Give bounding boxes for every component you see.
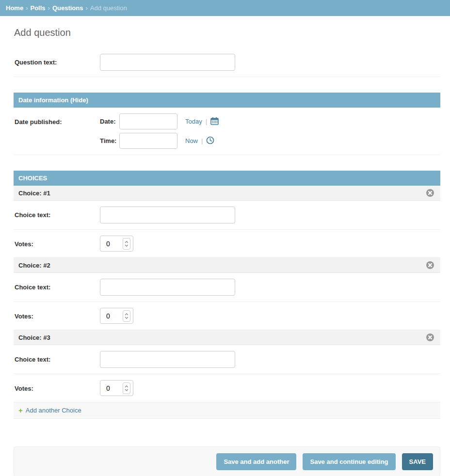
- choice-3-text-row: Choice text:: [14, 345, 440, 374]
- save-and-continue-editing-button[interactable]: Save and continue editing: [303, 453, 395, 470]
- stepper-up-down-icon[interactable]: [123, 382, 130, 394]
- save-button[interactable]: SAVE: [402, 453, 433, 470]
- choice-inline-3: Choice: #3 Choice text: Votes: 0: [14, 330, 440, 402]
- date-line: Date: Today |: [100, 113, 219, 129]
- votes-label: Votes:: [15, 236, 100, 248]
- date-information-header[interactable]: Date information (Hide): [14, 93, 440, 108]
- choices-module: CHOICES Choice: #1 Choice text:: [14, 171, 440, 419]
- delete-cross-icon: [426, 191, 434, 198]
- question-module: Question text:: [14, 48, 440, 77]
- choice-1-votes-row: Votes: 0: [14, 230, 440, 258]
- time-line: Time: Now |: [100, 133, 219, 149]
- choice-3-votes-row: Votes: 0: [14, 374, 440, 402]
- date-information-module: Date information (Hide) Date published: …: [14, 93, 440, 155]
- breadcrumb: Home›Polls›Questions›Add question: [0, 0, 450, 16]
- votes-value: 0: [106, 312, 110, 320]
- date-published-row: Date published: Date: Today |: [14, 108, 440, 155]
- date-published-label: Date published:: [15, 113, 100, 126]
- choice-inline-2: Choice: #2 Choice text: Votes: 0: [14, 258, 440, 330]
- choice-1-text-row: Choice text:: [14, 201, 440, 230]
- choice-2-text-input[interactable]: [100, 279, 235, 296]
- breadcrumb-separator: ›: [48, 4, 50, 12]
- breadcrumb-link-polls[interactable]: Polls: [30, 4, 45, 12]
- choice-text-label: Choice text:: [15, 351, 100, 363]
- time-input[interactable]: [119, 133, 177, 149]
- votes-value: 0: [106, 384, 110, 392]
- separator-pipe: |: [201, 137, 203, 144]
- choice-2-votes-input[interactable]: 0: [100, 308, 133, 324]
- question-text-row: Question text:: [14, 48, 440, 77]
- votes-label: Votes:: [15, 308, 100, 320]
- delete-cross-icon: [426, 263, 434, 270]
- choice-2-header-row: Choice: #2: [14, 258, 440, 273]
- breadcrumb-link-home[interactable]: Home: [6, 4, 23, 12]
- question-text-input[interactable]: [100, 54, 235, 71]
- today-link[interactable]: Today: [185, 118, 202, 125]
- submit-row: Save and add another Save and continue e…: [14, 446, 440, 476]
- choice-1-votes-input[interactable]: 0: [100, 236, 133, 252]
- clock-icon: [206, 136, 214, 146]
- choices-header: CHOICES: [14, 171, 440, 186]
- date-input[interactable]: [119, 113, 177, 129]
- delete-cross-icon: [426, 335, 434, 343]
- choice-text-label: Choice text:: [15, 279, 100, 291]
- breadcrumb-current: Add question: [90, 4, 127, 12]
- calendar-button[interactable]: [210, 117, 219, 127]
- breadcrumb-link-questions[interactable]: Questions: [52, 4, 83, 12]
- clock-button[interactable]: [206, 136, 214, 146]
- choice-3-votes-input[interactable]: 0: [100, 380, 133, 396]
- save-and-add-another-button[interactable]: Save and add another: [216, 453, 296, 470]
- choice-text-label: Choice text:: [15, 206, 100, 219]
- stepper-up-down-icon[interactable]: [123, 310, 130, 322]
- choice-3-title: Choice: #3: [18, 334, 50, 341]
- stepper-up-down-icon[interactable]: [123, 238, 130, 250]
- delete-choice-2-button[interactable]: [426, 261, 434, 269]
- separator-pipe: |: [206, 118, 207, 125]
- now-link[interactable]: Now: [185, 137, 198, 144]
- plus-icon: +: [18, 407, 23, 413]
- votes-value: 0: [106, 240, 110, 248]
- choice-2-text-row: Choice text:: [14, 273, 440, 302]
- choice-inline-1: Choice: #1 Choice text: Votes: 0: [14, 186, 440, 258]
- page-title: Add question: [14, 27, 440, 38]
- delete-choice-3-button[interactable]: [426, 333, 434, 341]
- calendar-icon: [210, 117, 219, 127]
- add-another-choice-link[interactable]: Add another Choice: [26, 407, 81, 414]
- content-area: Add question Question text: Date informa…: [0, 16, 450, 476]
- delete-choice-1-button[interactable]: [426, 189, 434, 197]
- breadcrumb-separator: ›: [85, 4, 87, 12]
- choice-3-header-row: Choice: #3: [14, 330, 440, 345]
- votes-label: Votes:: [15, 380, 100, 392]
- choice-2-title: Choice: #2: [18, 262, 50, 269]
- question-text-label: Question text:: [15, 54, 100, 66]
- choice-1-header-row: Choice: #1: [14, 186, 440, 201]
- add-another-choice-row: + Add another Choice: [14, 402, 440, 419]
- choice-2-votes-row: Votes: 0: [14, 302, 440, 330]
- breadcrumb-separator: ›: [26, 4, 28, 12]
- choice-3-text-input[interactable]: [100, 351, 235, 368]
- choice-1-text-input[interactable]: [100, 206, 235, 223]
- time-sub-label: Time:: [100, 137, 119, 144]
- date-time-fields: Date: Today |: [100, 113, 219, 149]
- choice-1-title: Choice: #1: [18, 190, 50, 197]
- date-sub-label: Date:: [100, 118, 119, 125]
